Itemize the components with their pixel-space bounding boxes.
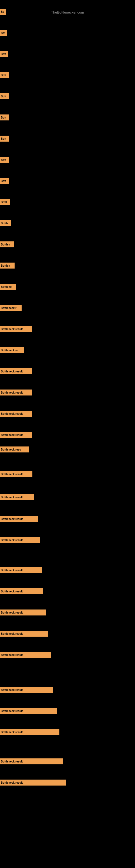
bar-row: Bottleneck result [0, 516, 135, 522]
bar-row: Bottlene [0, 283, 135, 290]
bar-row: Bottleneck re [0, 347, 135, 354]
bar: Bottlen [0, 262, 14, 269]
bar: Bottleneck result [0, 326, 32, 332]
bar-row: Bottleneck result [0, 494, 135, 501]
bar-label: Bottleneck result [0, 518, 24, 521]
bar: Bottleneck result [0, 687, 53, 693]
bar-label: Bottleneck r [0, 307, 17, 310]
bar-label: Bottleneck result [0, 539, 24, 542]
bar-row: Bottl [0, 198, 135, 206]
bar: Bott [0, 93, 9, 99]
bar: Bottleneck r [0, 305, 21, 311]
bar: Bottleneck result [0, 390, 32, 396]
bar: Bottleneck result [0, 780, 66, 785]
bar-label: Bottleneck result [0, 611, 24, 614]
bar-label: Bo [0, 10, 5, 13]
bar: Bottleneck re [0, 347, 24, 353]
bar-row: Bott [0, 177, 135, 184]
bar: Bott [0, 178, 9, 184]
bar-label: Bott [0, 180, 7, 183]
bar-row: Bott [0, 51, 135, 58]
bar: Bott [0, 157, 9, 163]
bar-label: Bott [0, 158, 7, 161]
bar: Bottleneck result [0, 368, 32, 374]
bar: Bot [0, 30, 7, 36]
bar: Bottleneck result [0, 411, 32, 416]
bar: Bottleneck result [0, 516, 38, 522]
bar-label: Bottleneck result [0, 688, 24, 691]
bar: Bott [0, 115, 9, 120]
bar-label: Bottleneck re [0, 349, 18, 352]
bar-label: Bottlene [0, 285, 12, 288]
bar-row: Bott [0, 156, 135, 163]
bar-label: Bott [0, 116, 7, 119]
bar: Bottleneck result [0, 567, 42, 573]
bar-row: Bottleneck result [0, 326, 135, 333]
bar-row: Bottleneck result [0, 686, 135, 693]
bar: Bottleneck result [0, 432, 32, 438]
bar-row: Bottleneck result [0, 410, 135, 417]
bar-label: Bottleneck resu [0, 448, 22, 451]
bar-label: Bottleneck result [0, 653, 24, 656]
bar: Bottleneck result [0, 471, 32, 477]
chart-container: TheBottlenecker.com BoBotBottBottBottBot… [0, 0, 135, 855]
bar: Bottleneck result [0, 631, 48, 637]
bar-label: Bottleneck result [0, 731, 24, 734]
bar-label: Bot [0, 31, 6, 34]
bar-row: Bottleneck result [0, 728, 135, 736]
bar-label: Bottleneck result [0, 632, 24, 635]
bar-row: Bottleneck r [0, 304, 135, 311]
bar-row: Bott [0, 93, 135, 100]
bar: Bottl [0, 199, 10, 205]
bar-row: Bott [0, 72, 135, 79]
bar-label: Bottleneck result [0, 433, 24, 436]
bar: Bott [0, 51, 8, 57]
bar-label: Bott [0, 53, 7, 56]
bar-row: Bottleneck result [0, 779, 135, 786]
bar: Bottleneck result [0, 588, 43, 594]
bar-row: Bottleneck result [0, 389, 135, 396]
bar-label: Bottleneck result [0, 496, 24, 499]
bar-row: Bottleneck result [0, 368, 135, 375]
bar-row: Bottleneck result [0, 609, 135, 616]
bar: Bottleneck result [0, 708, 57, 714]
bar-row: Bottleneck result [0, 588, 135, 595]
bar-label: Bottlen [0, 264, 11, 267]
bar-row: Bottleneck result [0, 471, 135, 478]
bar-label: Bott [0, 137, 7, 140]
bar: Bottlen [0, 241, 14, 247]
bar-label: Bottleneck result [0, 328, 24, 331]
bar-row: Bottle [0, 220, 135, 227]
bar-label: Bott [0, 74, 7, 77]
bar-label: Bottleneck result [0, 412, 24, 415]
bar-label: Bottleneck result [0, 569, 24, 572]
bar-label: Bottle [0, 222, 9, 225]
bar: Bottle [0, 220, 11, 226]
bar-label: Bottleneck result [0, 590, 24, 593]
bar-label: Bottleneck result [0, 710, 24, 713]
bar-label: Bott [0, 95, 7, 98]
bar-row: Bottleneck result [0, 651, 135, 658]
bar-row: Bottlen [0, 241, 135, 248]
bar: Bottleneck resu [0, 446, 29, 453]
bar-label: Bottleneck result [0, 781, 24, 784]
bar-row: Bo [0, 8, 135, 15]
bar-row: Bottleneck result [0, 536, 135, 544]
bar: Bottleneck result [0, 758, 63, 764]
bar-row: Bottlen [0, 262, 135, 269]
bar-row: Bottleneck resu [0, 446, 135, 453]
bar-label: Bottlen [0, 243, 11, 246]
bar: Bottleneck result [0, 610, 46, 616]
bar-row: Bot [0, 29, 135, 36]
bar-row: Bott [0, 135, 135, 142]
bar-row: Bottleneck result [0, 431, 135, 438]
bar-row: Bottleneck result [0, 567, 135, 574]
bar: Bott [0, 72, 9, 78]
bar-label: Bottleneck result [0, 760, 24, 763]
bar-label: Bottleneck result [0, 370, 24, 373]
bar-label: Bottl [0, 201, 8, 204]
bar-label: Bottleneck result [0, 473, 24, 476]
bar: Bottleneck result [0, 494, 34, 500]
bar-label: Bottleneck result [0, 391, 24, 394]
bar: Bottleneck result [0, 652, 51, 658]
